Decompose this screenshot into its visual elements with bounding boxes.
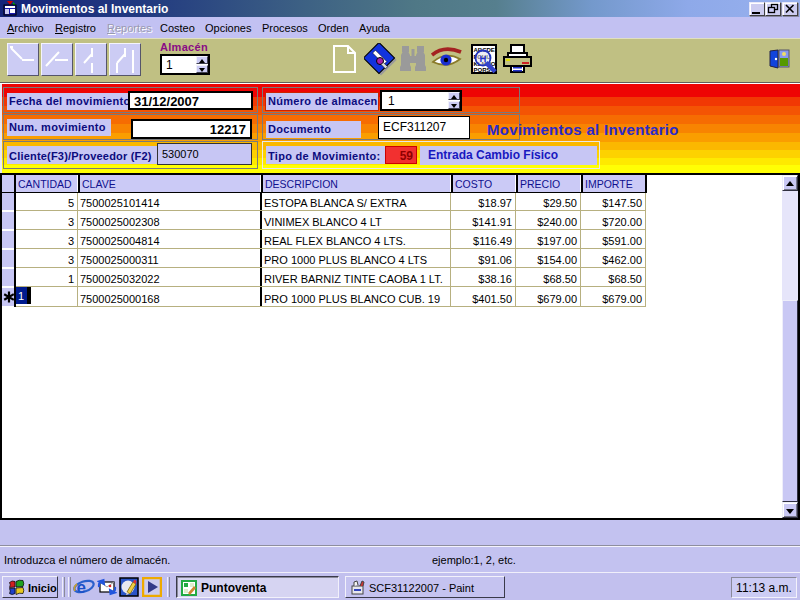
svg-text:H: H <box>480 53 487 64</box>
svg-text:e: e <box>77 578 86 597</box>
